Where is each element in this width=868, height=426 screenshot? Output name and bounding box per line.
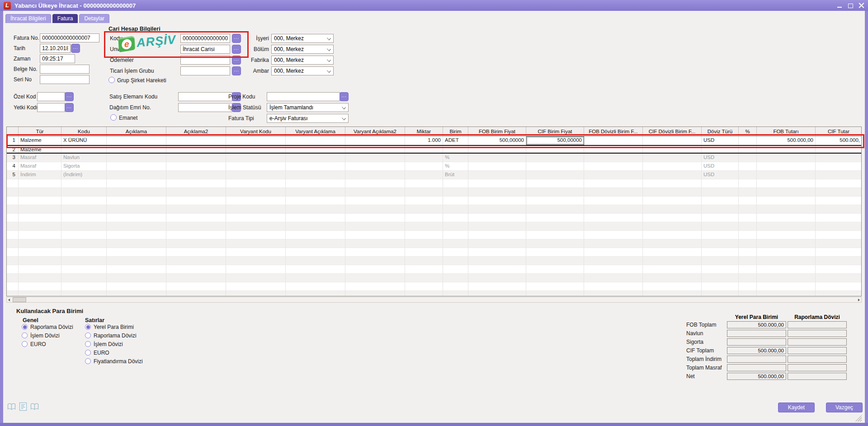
grid-cell[interactable]: [643, 265, 702, 274]
grid-cell[interactable]: [739, 231, 757, 239]
grid-cell[interactable]: [468, 205, 526, 214]
grid-cell[interactable]: [226, 291, 286, 296]
grid-cell[interactable]: [166, 179, 226, 188]
ozel-kod-input[interactable]: [37, 92, 65, 101]
proje-kodu-ellipsis-button[interactable]: ...: [340, 92, 349, 101]
grid-cell[interactable]: [19, 197, 61, 205]
grid-cell[interactable]: [345, 282, 405, 291]
grid-cell[interactable]: [286, 154, 345, 162]
grid-row-number[interactable]: 3: [7, 154, 19, 162]
radio-option-i-lem-d-vizi[interactable]: İşlem Dövizi: [85, 340, 143, 348]
grid-cell[interactable]: [107, 257, 166, 265]
grid-cell[interactable]: [468, 188, 526, 197]
grid-cell[interactable]: [702, 179, 739, 188]
grid-cell[interactable]: [816, 291, 862, 296]
grid-cell[interactable]: [107, 239, 166, 248]
grid-cell[interactable]: [286, 205, 345, 214]
isyeri-select[interactable]: 000, Merkez: [271, 34, 334, 43]
grid-cell[interactable]: [816, 162, 862, 171]
grid-cell[interactable]: [643, 179, 702, 188]
book-icon-2[interactable]: [30, 403, 39, 411]
grid-cell[interactable]: [757, 248, 816, 257]
grid-cell[interactable]: [107, 291, 166, 296]
grid-cell[interactable]: [286, 274, 345, 282]
radio-icon[interactable]: [22, 332, 28, 338]
grid-cell[interactable]: [166, 265, 226, 274]
grid-cell[interactable]: [107, 222, 166, 231]
belge-no-input[interactable]: [40, 65, 90, 74]
grid-cell[interactable]: [526, 291, 584, 296]
grid-cell[interactable]: [226, 257, 286, 265]
grid-row[interactable]: [7, 274, 861, 282]
grid-cell[interactable]: [739, 146, 757, 153]
odemeler-input[interactable]: [180, 56, 230, 65]
grid-cell[interactable]: 500,00000: [468, 136, 526, 145]
grid-header-cell[interactable]: Tür: [19, 127, 61, 136]
grid-cell[interactable]: [286, 248, 345, 257]
grid-cell[interactable]: %: [443, 154, 468, 162]
grid-header-cell[interactable]: CIF Tutar: [816, 127, 862, 136]
grid-cell[interactable]: [643, 214, 702, 222]
grid-cell[interactable]: [286, 282, 345, 291]
grid-row-number[interactable]: [7, 188, 19, 197]
grid-cell[interactable]: [816, 197, 862, 205]
grid-cell[interactable]: [226, 282, 286, 291]
grid-row[interactable]: [7, 239, 861, 248]
grid-cell[interactable]: [166, 136, 226, 145]
grid-cell[interactable]: [166, 188, 226, 197]
grid-cell[interactable]: [526, 265, 584, 274]
grid-cell[interactable]: [643, 171, 702, 179]
grid-cell[interactable]: [107, 179, 166, 188]
grid-cell[interactable]: [584, 274, 643, 282]
grid-cell[interactable]: [61, 239, 107, 248]
grid-cell[interactable]: [286, 239, 345, 248]
grid-cell[interactable]: [702, 257, 739, 265]
grid-cell[interactable]: [286, 197, 345, 205]
proje-kodu-input[interactable]: [267, 92, 340, 101]
grid-cell[interactable]: [61, 205, 107, 214]
grid-cell[interactable]: [345, 222, 405, 231]
grid-cell[interactable]: [757, 239, 816, 248]
grid-cell[interactable]: [107, 171, 166, 179]
grid-cell[interactable]: USD: [702, 171, 739, 179]
scrollbar-thumb[interactable]: [13, 297, 26, 302]
radio-icon[interactable]: [85, 358, 91, 364]
grid-cell[interactable]: [166, 197, 226, 205]
grid-header-cell[interactable]: Döviz Türü: [702, 127, 739, 136]
grid-cell[interactable]: [643, 257, 702, 265]
grid-cell[interactable]: [405, 291, 443, 296]
grid-row-number[interactable]: [7, 239, 19, 248]
bolum-select[interactable]: 000, Merkez: [271, 45, 334, 54]
save-button[interactable]: Kaydet: [778, 403, 815, 412]
grid-row-number[interactable]: [7, 197, 19, 205]
grid-cell[interactable]: [166, 214, 226, 222]
grid-cell[interactable]: [584, 154, 643, 162]
grid-cell[interactable]: [526, 282, 584, 291]
grid-cell[interactable]: [19, 214, 61, 222]
grid-cell[interactable]: [757, 154, 816, 162]
grid-cell[interactable]: [443, 222, 468, 231]
grid-cell[interactable]: [526, 274, 584, 282]
grid-cell[interactable]: İndirim: [19, 171, 61, 179]
dagitim-emri-input[interactable]: [178, 103, 232, 112]
grid-row[interactable]: 5İndirim(İndirim)BrütUSD: [7, 171, 861, 179]
grid-cell[interactable]: [443, 265, 468, 274]
grid-cell[interactable]: [468, 239, 526, 248]
grid-cell[interactable]: [19, 257, 61, 265]
grid-cell[interactable]: [584, 222, 643, 231]
grid-cell[interactable]: [643, 154, 702, 162]
grid-cell[interactable]: USD: [702, 154, 739, 162]
scroll-right-button[interactable]: [855, 297, 861, 302]
yetki-kodu-input[interactable]: [37, 103, 65, 112]
grid-cell[interactable]: [345, 162, 405, 171]
grid-cell[interactable]: [166, 171, 226, 179]
grid-cell[interactable]: [526, 248, 584, 257]
grid-row[interactable]: [7, 291, 861, 296]
grid-header-cell[interactable]: Miktar: [405, 127, 443, 136]
grid-header-cell[interactable]: Varyant Açıklama2: [345, 127, 405, 136]
grid-row-number[interactable]: [7, 222, 19, 231]
grid-cell[interactable]: [61, 231, 107, 239]
grid-cell[interactable]: [739, 248, 757, 257]
radio-icon[interactable]: [85, 324, 91, 330]
grid-cell[interactable]: Navlun: [61, 154, 107, 162]
